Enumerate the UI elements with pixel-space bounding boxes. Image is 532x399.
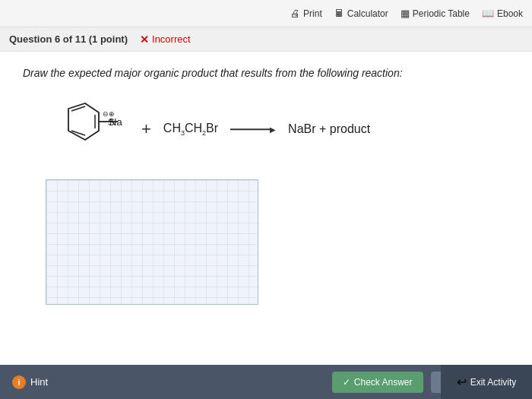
reaction-arrow-container [230,123,276,135]
check-answer-label: Check Answer [354,377,413,388]
status-text: Incorrect [152,33,191,45]
drawing-grid[interactable] [46,179,258,305]
question-text: Draw the expected major organic product … [23,67,509,79]
calculator-icon: 🖩 [334,8,344,19]
content-body: Draw the expected major organic product … [0,52,532,365]
ebook-button[interactable]: 📖 Ebook [482,8,523,19]
svg-text:Na: Na [109,116,122,128]
svg-rect-8 [46,180,258,304]
toolbar: 🖨 Print 🖩 Calculator ▦ Periodic Table 📖 … [0,0,532,27]
print-button[interactable]: 🖨 Print [290,8,322,19]
reactant1-molecule: S ⊖⊕ Na [46,97,129,161]
calculator-button[interactable]: 🖩 Calculator [334,8,388,19]
question-label: Question 6 of 11 (1 point) [9,33,128,45]
print-label: Print [303,8,322,19]
checkmark-icon: ✓ [343,377,350,388]
ebook-label: Ebook [497,8,523,19]
check-answer-button[interactable]: ✓ Check Answer [332,372,423,393]
periodic-table-icon: ▦ [401,8,410,19]
reactant2-label: CH3CH2Br [163,122,218,137]
exit-activity-area[interactable]: ↩ Exit Activity [441,365,532,399]
periodic-table-label: Periodic Table [413,8,470,19]
exit-activity-label: Exit Activity [470,377,517,388]
ebook-icon: 📖 [482,8,494,19]
reaction-arrow [230,123,276,135]
grid-svg [46,180,258,304]
calculator-label: Calculator [347,8,388,19]
reaction-area: S ⊖⊕ Na + CH3CH2Br NaBr + product [46,97,509,161]
question-header: Question 6 of 11 (1 point) ✕ Incorrect [0,27,532,52]
exit-icon: ↩ [457,375,467,389]
drawing-grid-container [46,179,509,305]
hint-circle-icon: i [12,375,26,389]
hint-label: Hint [30,376,48,388]
x-icon: ✕ [140,33,149,46]
status-badge: ✕ Incorrect [140,33,191,46]
print-icon: 🖨 [290,8,300,19]
plus-sign: + [141,119,151,139]
hint-area[interactable]: i Hint [12,375,48,389]
periodic-table-button[interactable]: ▦ Periodic Table [401,8,470,19]
product-label: NaBr + product [288,122,370,136]
